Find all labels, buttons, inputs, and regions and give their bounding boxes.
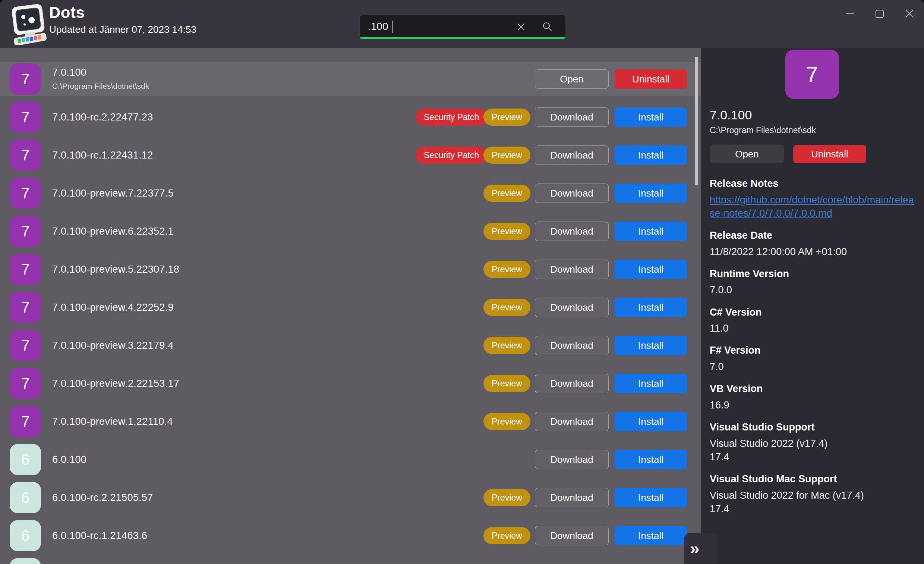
download-button[interactable]: Download xyxy=(535,183,609,203)
preview-badge: Preview xyxy=(483,489,530,506)
version-badge: 7 xyxy=(10,330,41,361)
uninstall-button[interactable]: Uninstall xyxy=(615,69,687,89)
install-button[interactable]: Install xyxy=(615,183,687,203)
list-item[interactable]: 66.0.100DownloadInstall xyxy=(0,444,701,475)
section-value: Visual Studio 2022 for Mac (v17.4) xyxy=(710,489,914,502)
list-item[interactable]: 77.0.100-preview.4.22252.9PreviewDownloa… xyxy=(0,292,701,323)
preview-badge: Preview xyxy=(483,299,530,316)
section-value: 11/8/2022 12:00:00 AM +01:00 xyxy=(710,245,914,259)
list-item[interactable]: 77.0.100-preview.2.22153.17PreviewDownlo… xyxy=(0,368,701,399)
download-button[interactable]: Download xyxy=(535,412,609,431)
expand-details-button[interactable]: » xyxy=(684,533,717,564)
detail-section: F# Version7.0 xyxy=(710,344,914,373)
open-button[interactable]: Open xyxy=(535,69,609,89)
install-button[interactable]: Install xyxy=(615,298,687,317)
preview-badge: Preview xyxy=(483,185,530,202)
preview-badge: Preview xyxy=(483,261,530,278)
download-button[interactable]: Download xyxy=(535,336,609,355)
version-label: 7.0.100-preview.6.22352.1 xyxy=(52,226,174,237)
download-button[interactable]: Download xyxy=(535,260,609,279)
title-block: Dots Updated at Jänner 07, 2023 14:53 xyxy=(49,4,196,35)
chevron-double-right-icon: » xyxy=(690,540,700,557)
install-button[interactable]: Install xyxy=(615,526,687,545)
install-button[interactable]: Install xyxy=(615,107,687,127)
install-button[interactable]: Install xyxy=(615,146,687,165)
text-caret xyxy=(393,21,393,33)
list-item[interactable]: 6 xyxy=(0,558,701,564)
list-item[interactable]: 77.0.100-rc.1.22431.12Security PatchPrev… xyxy=(0,140,701,171)
install-button[interactable]: Install xyxy=(615,260,687,279)
detail-open-button[interactable]: Open xyxy=(710,145,784,163)
list-item[interactable]: 77.0.100C:\Program Files\dotnet\sdkOpenU… xyxy=(0,63,701,95)
detail-section: VB Version16.9 xyxy=(710,382,914,412)
section-label: Release Notes xyxy=(710,177,914,191)
version-label: 7.0.100-rc.2.22477.23 xyxy=(52,111,153,123)
download-button[interactable]: Download xyxy=(535,488,609,507)
download-button[interactable]: Download xyxy=(535,107,609,127)
close-button[interactable] xyxy=(900,5,919,23)
window-controls xyxy=(840,5,919,23)
install-button[interactable]: Install xyxy=(615,374,687,393)
install-button[interactable]: Install xyxy=(615,336,687,355)
list-item[interactable]: 77.0.100-preview.5.22307.18PreviewDownlo… xyxy=(0,254,701,285)
maximize-button[interactable] xyxy=(870,5,889,23)
version-badge: 6 xyxy=(10,444,41,475)
version-label: 7.0.100-preview.3.22179.4 xyxy=(52,340,174,351)
section-label: Release Date xyxy=(710,229,914,242)
version-badge: 7 xyxy=(10,406,41,437)
version-label: 7.0.100-preview.7.22377.5 xyxy=(52,188,174,199)
download-button[interactable]: Download xyxy=(535,298,609,317)
updated-timestamp: Updated at Jänner 07, 2023 14:53 xyxy=(49,24,196,35)
version-badge: 7 xyxy=(10,216,41,247)
list-item[interactable]: 77.0.100-preview.6.22352.1PreviewDownloa… xyxy=(0,216,701,247)
search-input[interactable]: .100 xyxy=(360,15,566,39)
version-badge: 7 xyxy=(10,101,41,133)
search-icon[interactable] xyxy=(542,21,553,32)
download-button[interactable]: Download xyxy=(535,146,609,165)
install-button[interactable]: Install xyxy=(615,488,687,507)
install-button[interactable]: Install xyxy=(615,450,687,469)
install-path: C:\Program Files\dotnet\sdk xyxy=(52,82,149,91)
sdk-list: 77.0.100C:\Program Files\dotnet\sdkOpenU… xyxy=(0,48,701,564)
list-item[interactable]: 77.0.100-rc.2.22477.23Security PatchPrev… xyxy=(0,101,701,133)
install-button[interactable]: Install xyxy=(615,412,687,431)
section-label: F# Version xyxy=(710,344,914,357)
version-label: 7.0.100-rc.1.22431.12 xyxy=(52,150,153,161)
app-logo-icon xyxy=(10,3,48,45)
detail-section: Visual Studio SupportVisual Studio 2022 … xyxy=(710,421,914,464)
version-badge: 7 xyxy=(10,140,41,171)
list-item[interactable]: 77.0.100-preview.7.22377.5PreviewDownloa… xyxy=(0,177,701,209)
section-value: 11.0 xyxy=(710,322,914,335)
section-value: 7.0 xyxy=(710,360,914,373)
search-accent-underline xyxy=(360,37,566,39)
preview-badge: Preview xyxy=(483,223,530,240)
version-label: 6.0.100 xyxy=(52,454,87,466)
detail-section: Visual Studio Mac SupportVisual Studio 2… xyxy=(710,472,914,516)
detail-uninstall-button[interactable]: Uninstall xyxy=(793,145,866,163)
security-patch-badge: Security Patch xyxy=(416,147,487,164)
list-scrollbar[interactable] xyxy=(695,57,698,185)
list-item[interactable]: 66.0.100-rc.2.21505.57PreviewDownloadIns… xyxy=(0,482,701,513)
detail-section: C# Version11.0 xyxy=(710,306,914,335)
list-item[interactable]: 77.0.100-preview.1.22110.4PreviewDownloa… xyxy=(0,406,701,437)
install-button[interactable]: Install xyxy=(615,221,687,241)
page-title: Dots xyxy=(49,4,196,22)
version-label: 7.0.100-preview.5.22307.18 xyxy=(52,264,179,275)
detail-sections: Release Noteshttps://github.com/dotnet/c… xyxy=(710,177,914,516)
list-item[interactable]: 77.0.100-preview.3.22179.4PreviewDownloa… xyxy=(0,330,701,361)
minimize-button[interactable] xyxy=(840,5,859,23)
section-value: 17.4 xyxy=(710,502,914,516)
version-label: 7.0.100-preview.4.22252.9 xyxy=(52,302,174,313)
release-notes-link[interactable]: https://github.com/dotnet/core/blob/main… xyxy=(710,193,917,220)
section-label: Visual Studio Support xyxy=(710,421,914,434)
version-tile: 7 xyxy=(785,50,839,99)
section-value: 17.4 xyxy=(710,450,914,464)
download-button[interactable]: Download xyxy=(535,374,609,393)
clear-icon[interactable] xyxy=(516,21,526,32)
section-label: Visual Studio Mac Support xyxy=(710,472,914,486)
list-item[interactable]: 66.0.100-rc.1.21463.6PreviewDownloadInst… xyxy=(0,520,701,551)
version-label: 6.0.100-rc.1.21463.6 xyxy=(52,530,147,541)
download-button[interactable]: Download xyxy=(535,526,609,545)
download-button[interactable]: Download xyxy=(535,450,609,469)
download-button[interactable]: Download xyxy=(535,221,609,241)
